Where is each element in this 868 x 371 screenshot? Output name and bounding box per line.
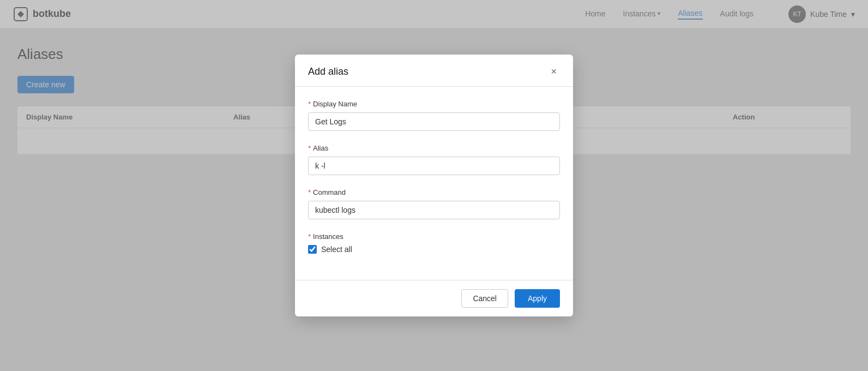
command-required-star: * [308, 188, 311, 196]
modal-footer: Cancel Apply [295, 280, 573, 316]
modal-close-button[interactable]: × [547, 65, 560, 77]
instances-label: * Instances [308, 232, 560, 241]
command-label: * Command [308, 188, 560, 196]
command-field: * Command [308, 188, 560, 219]
display-name-label: * Display Name [308, 100, 560, 108]
instances-field: * Instances Select all [308, 232, 560, 254]
alias-label: * Alias [308, 144, 560, 152]
apply-button[interactable]: Apply [515, 289, 560, 308]
instances-required-star: * [308, 232, 311, 241]
cancel-button[interactable]: Cancel [461, 289, 508, 308]
alias-field: * Alias [308, 144, 560, 175]
alias-input[interactable] [308, 157, 560, 175]
add-alias-modal: Add alias × * Display Name * Alias [295, 55, 573, 316]
modal-overlay: Add alias × * Display Name * Alias [0, 0, 868, 371]
select-all-label[interactable]: Select all [321, 245, 352, 254]
select-all-checkbox[interactable] [308, 245, 317, 254]
select-all-row: Select all [308, 245, 560, 254]
modal-body: * Display Name * Alias * Command [295, 87, 573, 280]
display-name-input[interactable] [308, 112, 560, 131]
alias-required-star: * [308, 144, 311, 152]
display-name-field: * Display Name [308, 100, 560, 131]
command-input[interactable] [308, 201, 560, 219]
display-name-required-star: * [308, 100, 311, 108]
modal-header: Add alias × [295, 55, 573, 87]
modal-title: Add alias [308, 66, 348, 77]
